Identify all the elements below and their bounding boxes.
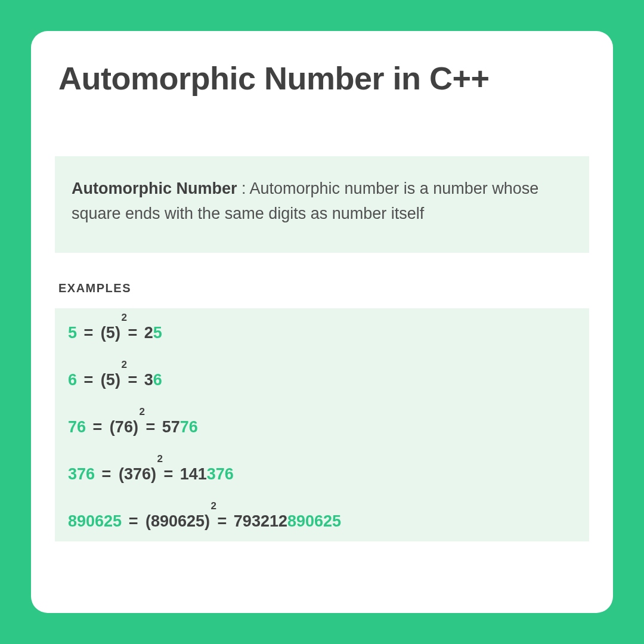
exponent: 2 (157, 454, 162, 464)
equals-sign: = (102, 465, 112, 483)
result-prefix: 3 (144, 371, 153, 389)
result-suffix: 376 (207, 465, 234, 483)
example-row: 376 = (376) 2 = 141376 (68, 466, 576, 482)
equals-sign: = (84, 371, 94, 389)
example-row: 76 = (76) 2 = 5776 (68, 419, 576, 435)
content-card: Automorphic Number in C++ Automorphic Nu… (31, 31, 613, 613)
result-prefix: 57 (162, 418, 180, 436)
result-suffix: 76 (180, 418, 198, 436)
example-number: 76 (68, 418, 86, 436)
example-number: 6 (68, 371, 77, 389)
equals-sign: = (163, 465, 173, 483)
exponent: 2 (121, 360, 126, 370)
example-row: 6 = (5) 2 = 36 (68, 372, 576, 388)
result-prefix: 2 (144, 324, 153, 342)
equals-sign: = (145, 418, 155, 436)
example-number: 5 (68, 324, 77, 342)
definition-text: Automorphic Number : Automorphic number … (72, 177, 572, 227)
exponent: 2 (121, 312, 126, 323)
squared-expression: (890625) 2 (145, 513, 210, 530)
result-prefix: 793212 (234, 512, 287, 530)
examples-label: EXAMPLES (58, 281, 589, 295)
result-suffix: 6 (153, 371, 162, 389)
example-row: 890625 = (890625) 2 = 793212890625 (68, 513, 576, 530)
equals-sign: = (128, 324, 137, 342)
result-suffix: 5 (153, 324, 162, 342)
squared-expression: (5) 2 (101, 372, 120, 388)
exponent: 2 (211, 501, 216, 511)
squared-expression: (5) 2 (101, 325, 120, 341)
example-number: 376 (68, 465, 95, 483)
equals-sign: = (93, 418, 103, 436)
definition-box: Automorphic Number : Automorphic number … (55, 156, 589, 253)
page-title: Automorphic Number in C++ (58, 60, 589, 97)
examples-box: 5 = (5) 2 = 25 6 = (5) 2 = 36 76 = (76) … (55, 308, 589, 541)
squared-expression: (76) 2 (110, 419, 138, 435)
equals-sign: = (128, 371, 137, 389)
equals-sign: = (84, 324, 94, 342)
result-prefix: 141 (180, 465, 207, 483)
equals-sign: = (218, 512, 227, 530)
example-number: 890625 (68, 512, 122, 530)
exponent: 2 (139, 407, 144, 417)
definition-term: Automorphic Number (72, 179, 237, 197)
example-row: 5 = (5) 2 = 25 (68, 325, 576, 341)
result-suffix: 890625 (287, 512, 341, 530)
equals-sign: = (129, 512, 138, 530)
squared-expression: (376) 2 (119, 466, 156, 482)
